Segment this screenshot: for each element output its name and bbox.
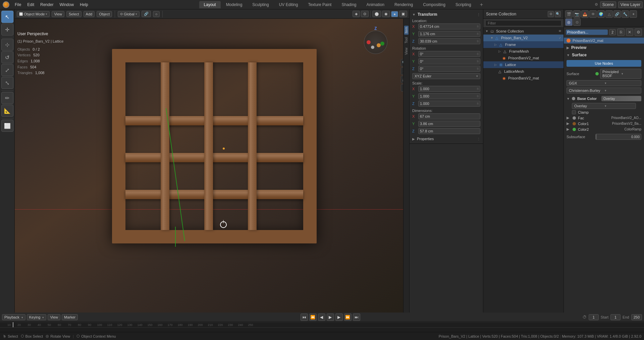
location-x-copy[interactable]: ⎘: [477, 25, 479, 28]
dim-x-field[interactable]: 67 cm: [418, 113, 480, 119]
object-mode-dropdown[interactable]: ⬜ Object Mode ▾: [17, 11, 50, 17]
add-menu[interactable]: Add: [84, 11, 95, 17]
mat-copy-btn[interactable]: ⎘: [617, 29, 625, 36]
transform-more[interactable]: ⋮: [477, 13, 480, 16]
pp-tab-output[interactable]: 📤: [581, 10, 589, 18]
location-z-copy[interactable]: ⎘: [477, 40, 479, 43]
scene-collection-vis[interactable]: 👁: [558, 30, 561, 33]
location-x-field[interactable]: 0.47714 cm ⎘: [418, 23, 480, 30]
side-tab-tool[interactable]: Tool: [404, 36, 409, 45]
tree-mat-2[interactable]: ◉ PrisonBarsV2_mat: [483, 75, 564, 81]
xray-btn[interactable]: ⊙: [361, 11, 369, 17]
menu-file[interactable]: File: [12, 2, 24, 8]
prev-frame-btn[interactable]: ◀: [318, 314, 325, 321]
location-y-field[interactable]: 1.176 cm ⎘: [418, 31, 480, 37]
dim-y-field[interactable]: 3.86 cm: [418, 121, 480, 127]
properties-more[interactable]: ⋮: [477, 137, 480, 141]
side-tab-view[interactable]: View: [404, 46, 409, 56]
clamp-checkbox[interactable]: [572, 110, 576, 114]
channel-fac[interactable]: ▶ Fac PrisonBarsV2_AO...: [564, 115, 644, 121]
shading-rendered[interactable]: ●: [391, 11, 398, 17]
tab-sculpting[interactable]: Sculpting: [248, 1, 273, 8]
pivot-dropdown[interactable]: ⊙ Global ▾: [118, 11, 140, 17]
preview-toggle[interactable]: ▶ Preview: [564, 44, 644, 51]
surface-type-dropdown[interactable]: Principled BSDF ▾: [600, 69, 641, 79]
tool-select[interactable]: ↖: [1, 11, 13, 23]
scene-collection-root[interactable]: ▼ 🗂 Scene Collection 👁: [483, 28, 564, 35]
tab-animation[interactable]: Animation: [362, 1, 389, 8]
tab-modeling[interactable]: Modeling: [221, 1, 247, 8]
mat-delete-btn[interactable]: ✕: [626, 29, 633, 36]
select-menu[interactable]: Select: [66, 11, 82, 17]
playback-dropdown[interactable]: Playback ▾: [2, 314, 25, 320]
tool-cursor[interactable]: ✛: [1, 23, 13, 36]
pp-tab-constraints[interactable]: 🔗: [613, 10, 621, 18]
tree-lattice[interactable]: ▷ ⊞ Lattice: [483, 61, 564, 68]
object-menu[interactable]: Object: [97, 11, 112, 17]
bc-overlay-dropdown[interactable]: Overlay ▾: [572, 103, 636, 109]
tool-measure[interactable]: 📐: [1, 105, 13, 117]
scale-x-copy[interactable]: ⎘: [477, 87, 479, 91]
rotation-y-field[interactable]: 0° ⎘: [418, 58, 480, 64]
shading-material[interactable]: ◉: [382, 11, 390, 17]
play-btn[interactable]: ▶: [327, 314, 334, 321]
tool-rotate[interactable]: ↺: [1, 51, 13, 63]
tool-scale[interactable]: ⤢: [1, 64, 13, 76]
menu-edit[interactable]: Edit: [24, 2, 37, 8]
snap-btn[interactable]: 🔗: [142, 11, 151, 17]
app-logo[interactable]: [1, 0, 11, 9]
pp-tab-view[interactable]: 👁: [589, 10, 597, 18]
pp-tab-object[interactable]: △: [605, 10, 613, 18]
transform-header[interactable]: ▼ Transform ⋮: [410, 11, 483, 18]
menu-window[interactable]: Window: [57, 2, 76, 8]
scale-z-copy[interactable]: ⎘: [477, 102, 479, 105]
side-tab-item[interactable]: Item: [404, 25, 409, 35]
mat-settings-btn[interactable]: ⚙: [635, 29, 642, 36]
tree-prison-bars-v2[interactable]: ▼ △ Prison_Bars_V2 ✓: [483, 35, 564, 41]
outliner-filter-input[interactable]: [485, 20, 561, 26]
tab-scripting[interactable]: Scripting: [451, 1, 476, 8]
proportional-btn[interactable]: ○: [153, 11, 160, 17]
outliner-filter[interactable]: ⚙: [548, 11, 554, 17]
scale-z-field[interactable]: 1.000 ⎘: [418, 101, 480, 107]
mat-name-row[interactable]: PrisonBarsV2_mat: [564, 38, 644, 44]
shading-wireframe[interactable]: ▣: [399, 11, 407, 17]
tool-annotate[interactable]: ✏: [1, 92, 13, 104]
channel-color1[interactable]: ▶ Color1 PrisonBarsV2_Ba...: [564, 121, 644, 126]
location-z-field[interactable]: 30.039 cm ⎘: [418, 38, 480, 44]
start-frame-box[interactable]: 1: [610, 314, 621, 320]
dim-z-field[interactable]: 57.8 cm: [418, 128, 480, 134]
tab-layout[interactable]: Layout: [199, 1, 221, 8]
base-color-header[interactable]: ▼ Base Color Overlay: [564, 95, 644, 102]
pp-tab-modifiers[interactable]: 🔧: [622, 10, 629, 18]
tool-move[interactable]: ⊹: [1, 39, 13, 51]
end-frame-box[interactable]: 250: [631, 314, 642, 320]
outliner-search-btn[interactable]: 🔍: [555, 11, 561, 17]
properties-toggle[interactable]: ▶ Properties ⋮: [412, 137, 480, 141]
location-y-copy[interactable]: ⎘: [477, 32, 479, 36]
surface-toggle[interactable]: ▼ Surface: [564, 51, 644, 59]
mat-object-btn[interactable]: PrisonBars...: [566, 30, 608, 35]
subsurface-method-dropdown[interactable]: Christensen-Burley ▾: [567, 88, 641, 94]
tab-add[interactable]: +: [477, 1, 486, 8]
tl-marker-dropdown[interactable]: Marker: [62, 314, 78, 320]
keying-dropdown[interactable]: Keying ▾: [27, 314, 47, 320]
pp-tab-world[interactable]: 🌍: [597, 10, 605, 18]
show-overlays-btn[interactable]: ◈: [353, 11, 360, 17]
next-frame-btn[interactable]: ▶: [335, 314, 343, 321]
tab-texture-paint[interactable]: Texture Paint: [303, 1, 336, 8]
pp-tab-data[interactable]: ⊙: [573, 18, 581, 26]
skip-to-start-btn[interactable]: ⏮: [301, 314, 308, 321]
channel-color2[interactable]: ▶ Color2 ColorRamp: [564, 126, 644, 132]
tab-shading[interactable]: Shading: [337, 1, 361, 8]
tree-latticemesh[interactable]: △ LatticeMesh: [483, 68, 564, 75]
rotation-x-field[interactable]: 0° ⎘: [418, 51, 480, 57]
pp-tab-material[interactable]: ◎: [565, 18, 573, 26]
scale-y-field[interactable]: 1.000 ⎘: [418, 93, 480, 99]
tree-framemesh[interactable]: ▷ △ FrameMesh: [483, 48, 564, 55]
tree-prison-bars-vis[interactable]: ✓: [559, 36, 561, 40]
rotation-y-copy[interactable]: ⎘: [477, 60, 479, 63]
tab-uv-editing[interactable]: UV Editing: [274, 1, 303, 8]
tl-view-dropdown[interactable]: View: [48, 314, 60, 320]
euler-mode-dropdown[interactable]: XYZ Euler ▾: [412, 73, 480, 79]
